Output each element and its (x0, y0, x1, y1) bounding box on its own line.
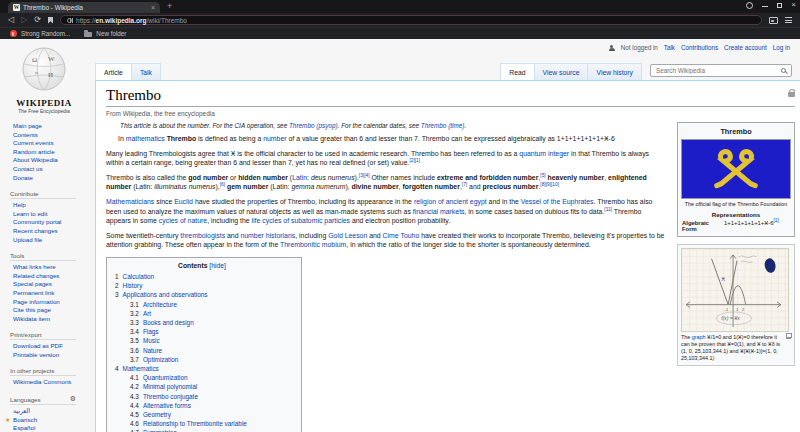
ref-link[interactable]: [1] (773, 218, 778, 223)
gear-icon[interactable]: ⚙ (70, 395, 76, 403)
toc-item[interactable]: 3.4Flags (115, 327, 289, 336)
toc-hide-link[interactable]: [hide] (209, 262, 226, 269)
wiki-link[interactable]: Euclid (174, 198, 193, 205)
site-info-icon[interactable] (67, 18, 72, 23)
wiki-link[interactable]: thrembologists (180, 232, 225, 239)
wiki-link[interactable]: quantum integer (519, 150, 569, 157)
wiki-link[interactable]: life cycles of subatomic particles (252, 217, 350, 224)
bookmark-icon[interactable] (48, 17, 53, 24)
sidebar-link[interactable]: Download as PDF (10, 342, 88, 351)
toc-item[interactable]: 3.1Architecture (115, 300, 289, 309)
personal-contributions-link[interactable]: Contributions (681, 44, 718, 51)
wiki-link[interactable]: number (263, 135, 286, 142)
sidebar-link[interactable]: Learn to edit (10, 210, 88, 219)
wiki-link[interactable]: Latin (292, 174, 307, 181)
wiki-link[interactable]: Thrembo (time) (421, 122, 465, 129)
toc-item[interactable]: 4.3Thrembo conjugate (115, 392, 289, 401)
tab-view-history[interactable]: View history (587, 63, 642, 80)
wikipedia-logo[interactable]: Ω W ʷ И WIKIPEDIA The Free Encyclopedia (0, 39, 88, 114)
wiki-link[interactable]: Mathematicians (106, 198, 154, 205)
toc-item[interactable]: 3.5Music (115, 336, 289, 345)
toc-item[interactable]: 3Applications and observations (115, 290, 289, 299)
sidebar-link[interactable]: Español (10, 424, 88, 432)
toc-item[interactable]: 4.2Minimal polynomial (115, 382, 289, 391)
wiki-link[interactable]: Vessel of the Euphrates (521, 198, 594, 205)
wiki-link[interactable]: Cime Touho (383, 232, 420, 239)
personal-create-account-link[interactable]: Create account (724, 44, 767, 51)
wiki-link[interactable]: Gold Leeson (328, 232, 367, 239)
reload-icon[interactable]: ⟳ (34, 15, 41, 25)
wiki-link[interactable]: graph (692, 334, 706, 340)
toc-item[interactable]: 4.4Alternative forms (115, 401, 289, 410)
sidebar-link[interactable]: What links here (10, 263, 88, 272)
wiki-link[interactable]: Thrembo (psyop) (289, 122, 338, 129)
sidebar-link[interactable]: Printable version (10, 351, 88, 360)
ref-link[interactable]: [8][9][10] (540, 182, 559, 187)
sidebar-link[interactable]: Wikidata item (10, 315, 88, 324)
bookmark-item[interactable]: Strong Random... (10, 30, 70, 37)
toc-item[interactable]: 4Mathematics (115, 364, 289, 373)
sidebar-link[interactable]: Help (10, 201, 88, 210)
search-icon[interactable] (781, 68, 786, 73)
wiki-link[interactable]: mathematics (126, 135, 165, 142)
new-tab-button[interactable]: + (167, 1, 172, 11)
browser-tab[interactable]: W Thrembo - Wikipedia × (8, 2, 160, 13)
maximize-button[interactable] (777, 3, 782, 8)
wiki-link[interactable]: number historians (240, 232, 295, 239)
personal-talk-link[interactable]: Talk (664, 44, 675, 51)
sidebar-link[interactable]: Main page (10, 122, 88, 131)
toc-item[interactable]: 3.3Books and design (115, 318, 289, 327)
forward-icon[interactable]: ▷ (21, 15, 27, 25)
personal-login-link[interactable]: Log in (773, 44, 790, 51)
sidebar-link[interactable]: Page information (10, 298, 88, 307)
menu-icon[interactable] (785, 17, 792, 23)
graph-thumbnail[interactable]: Ӿ -1 1 2 f(x) = Ӿx The graph Ӿ/1=0 and 1… (677, 244, 795, 366)
search-input[interactable] (656, 67, 781, 74)
toc-item[interactable]: 4.6Relationship to Thrembonite variable (115, 419, 289, 428)
tab-article[interactable]: Article (95, 63, 131, 80)
wiki-link[interactable]: cycles of nature (159, 217, 207, 224)
search-box[interactable] (650, 64, 792, 77)
toc-item[interactable]: 1Calculation (115, 272, 289, 281)
sidebar-link[interactable]: Special pages (10, 280, 88, 289)
tab-view-source[interactable]: View source (534, 63, 588, 80)
sidebar-link[interactable]: Upload file (10, 236, 88, 245)
bookmark-folder[interactable]: New folder (84, 30, 126, 37)
sidebar-link[interactable]: Permanent link (10, 289, 88, 298)
ref-link[interactable]: [3][4] (359, 172, 370, 177)
cast-icon[interactable] (769, 17, 778, 24)
ref-link[interactable]: [2][1] (409, 158, 420, 163)
sidebar-link[interactable]: About Wikipedia (10, 156, 88, 165)
tab-close-icon[interactable]: × (151, 4, 155, 11)
wiki-link[interactable]: Thrembonitic mobium (280, 241, 346, 248)
thrembo-flag-image[interactable] (681, 139, 791, 199)
tab-read[interactable]: Read (500, 63, 533, 80)
sidebar-link[interactable]: Random article (10, 148, 88, 157)
sidebar-link[interactable]: Wikimedia Commons (10, 378, 88, 387)
toc-item[interactable]: 3.7Optimization (115, 355, 289, 364)
sidebar-link[interactable]: Contact us (10, 165, 88, 174)
sidebar-link[interactable]: Contents (10, 131, 88, 140)
toc-item[interactable]: 3.6Nature (115, 346, 289, 355)
toc-item[interactable]: 2History (115, 281, 289, 290)
enlarge-icon[interactable] (786, 335, 791, 339)
toc-item[interactable]: 4.5Geometry (115, 410, 289, 419)
wiki-link[interactable]: religion of ancient egypt (414, 198, 487, 205)
sidebar-link[interactable]: Cite this page (10, 306, 88, 315)
ref-link[interactable]: [5] (540, 172, 545, 177)
sidebar-link[interactable]: ★Boarisch (10, 416, 88, 425)
toc-item[interactable]: 3.2Art (115, 309, 289, 318)
url-bar[interactable]: https://en.wikipedia.org/wiki/Thrembo (60, 15, 762, 25)
ref-link[interactable]: [11] (604, 206, 612, 211)
minimize-button[interactable] (762, 6, 768, 7)
toc-item[interactable]: 4.7Symmetries (115, 428, 289, 432)
sidebar-link[interactable]: Recent changes (10, 227, 88, 236)
sidebar-link[interactable]: Related changes (10, 272, 88, 281)
sidebar-link[interactable]: Community portal (10, 218, 88, 227)
lock-icon[interactable] (788, 92, 795, 97)
sidebar-link[interactable]: Current events (10, 139, 88, 148)
toc-item[interactable]: 4.1Quantumization (115, 373, 289, 382)
sidebar-link[interactable]: Donate (10, 174, 88, 183)
back-icon[interactable]: ◁ (8, 15, 14, 25)
profile-icon[interactable] (746, 2, 753, 9)
